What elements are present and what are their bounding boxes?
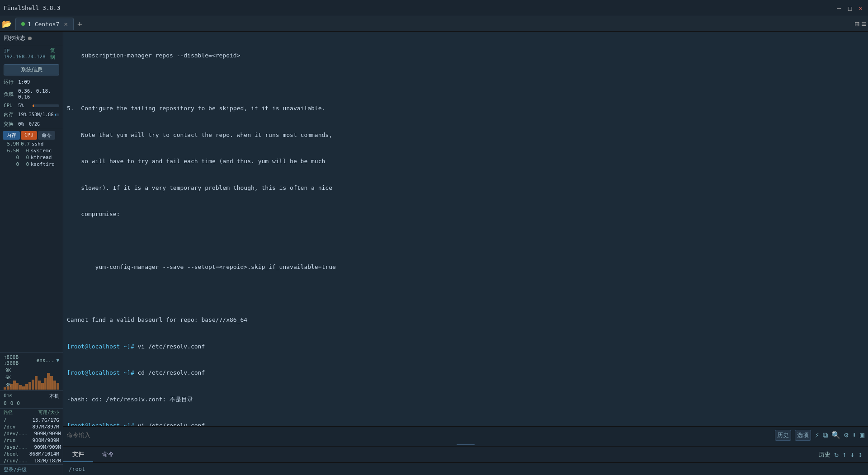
mem-detail: 353M/1.8G	[29, 112, 53, 117]
sync-dot	[28, 37, 32, 40]
mem-stat: 内存 19% 353M/1.8G	[0, 110, 63, 119]
bottom-tabs: 文件 命令 历史 ↻ ↑ ↓ ↕	[63, 446, 868, 462]
term-line: Cannot find a valid baseurl for repo: ba…	[67, 315, 864, 325]
proc-tab-cmd[interactable]: 命令	[38, 131, 55, 140]
term-line	[67, 78, 864, 87]
load-label: 负载	[4, 91, 16, 98]
tab-close-button[interactable]: ✕	[64, 20, 67, 28]
maximize-button[interactable]: □	[846, 5, 854, 12]
terminal-output[interactable]: subscription-manager repos --disable=<re…	[63, 32, 868, 426]
copy-icon[interactable]: ⧉	[823, 431, 828, 439]
layout-icons: ⊞ ≡	[854, 19, 866, 28]
cpu-bar	[33, 104, 34, 107]
proc-name: systemc	[31, 148, 59, 154]
cpu-label: CPU	[4, 103, 16, 108]
layout-icon[interactable]: ⊞	[854, 19, 859, 28]
term-line: compromise:	[67, 210, 864, 219]
proc-row: 6.5M 0 systemc	[0, 147, 63, 154]
load-stat: 负载 0.36, 0.18, 0.16	[0, 87, 63, 101]
network-chart: 9K 6K 3K	[4, 367, 59, 390]
swap-stat: 交换 0% 0/2G	[0, 119, 63, 129]
flash-icon[interactable]: ⚡	[815, 431, 819, 439]
run-value: 1:09	[18, 79, 30, 85]
history-icon[interactable]: 历史	[819, 451, 830, 459]
tab-files[interactable]: 文件	[63, 447, 93, 462]
disk-row: /dev/... 909M/909M	[0, 430, 63, 437]
disk-header: 路径 可用/大小	[0, 409, 63, 417]
proc-cpu: 0.7	[21, 141, 30, 147]
tab-status-dot	[21, 22, 25, 26]
login-button[interactable]: 登录/升级	[4, 467, 27, 473]
cpu-stat: CPU 5%	[0, 101, 63, 110]
disk-row: /sys/... 909M/909M	[0, 444, 63, 451]
cpu-bar-wrap	[33, 104, 59, 107]
mem-bar-wrap	[55, 113, 59, 116]
disk-row: /run 900M/909M	[0, 437, 63, 444]
history-button[interactable]: 历史	[775, 430, 791, 441]
network-bars	[4, 367, 59, 390]
terminal-icon[interactable]: ▣	[860, 431, 864, 439]
proc-row: 5.9M 0.7 sshd	[0, 141, 63, 147]
latency-label: 0ms	[4, 393, 13, 400]
filepath-bar: /root	[63, 462, 868, 475]
term-line: -bash: cd: /etc/resolv.conf: 不是目录	[67, 395, 864, 404]
layout-icon2[interactable]: ≡	[861, 19, 866, 28]
term-line: [root@localhost ~]# vi /etc/resolv.conf	[67, 342, 864, 351]
term-line: slower). If it is a very temporary probl…	[67, 183, 864, 193]
disk-col-path: 路径	[4, 409, 26, 416]
term-line: yum-config-manager --save --setopt=<repo…	[67, 263, 864, 272]
folder-icon[interactable]: 📂	[2, 19, 12, 28]
copy-ip-button[interactable]: 复制	[50, 47, 59, 61]
tab-centos7[interactable]: 1 Centos7 ✕	[15, 18, 74, 30]
close-button[interactable]: ✕	[857, 5, 864, 12]
proc-mem: 0	[4, 155, 19, 160]
proc-cpu: 0	[21, 148, 29, 154]
disk-section: 路径 可用/大小 / 15.7G/17G /dev 897M/897M /dev…	[0, 408, 63, 464]
term-line: Note that yum will try to contact the re…	[67, 131, 864, 140]
latency-host: 本机	[49, 393, 59, 400]
disk-row: /run/... 182M/182M	[0, 457, 63, 464]
mem-label: 内存	[4, 111, 16, 118]
search-icon[interactable]: 🔍	[831, 431, 840, 439]
term-line	[67, 236, 864, 245]
proc-mem: 5.9M	[4, 141, 19, 147]
select-button[interactable]: 选项	[795, 430, 811, 441]
refresh-icon[interactable]: ↻	[834, 450, 839, 459]
proc-name: sshd	[32, 141, 59, 147]
proc-name: kthread	[31, 155, 59, 160]
tabbar: 📂 1 Centos7 ✕ + ⊞ ≡	[0, 16, 868, 32]
proc-row: 0 0 kthread	[0, 154, 63, 161]
run-label: 运行	[4, 79, 16, 85]
proc-tab-mem[interactable]: 内存	[3, 131, 20, 140]
term-line: so will have to try and fail each time (…	[67, 157, 864, 166]
minimize-button[interactable]: ─	[835, 5, 843, 12]
gear-icon[interactable]: ⚙	[844, 431, 849, 439]
transfer-icon[interactable]: ↕	[858, 450, 863, 459]
mem-bar	[55, 113, 56, 116]
download-icon[interactable]: ⬇	[852, 431, 857, 439]
download2-icon[interactable]: ↓	[850, 450, 855, 459]
main-container: 同步状态 IP 192.168.74.128 复制 系统信息 运行 1:09 负…	[0, 32, 868, 475]
term-line: [root@localhost ~]# vi /etc/resolv.conf	[67, 421, 864, 426]
latency-val3: 0	[17, 400, 20, 406]
term-line: 5. Configure the failing repository to b…	[67, 104, 864, 113]
sync-status: 同步状态	[0, 32, 63, 45]
net-up: ↑800B ↓360B	[4, 354, 37, 366]
sys-info-button[interactable]: 系统信息	[4, 64, 59, 75]
command-input[interactable]	[67, 432, 771, 438]
mem-percent: 19%	[18, 112, 27, 118]
term-line: subscription-manager repos --disable=<re…	[67, 51, 864, 60]
sidebar: 同步状态 IP 192.168.74.128 复制 系统信息 运行 1:09 负…	[0, 32, 63, 475]
swap-label: 交换	[4, 121, 16, 127]
command-toolbar: 历史 选项 ⚡ ⧉ 🔍 ⚙ ⬇ ▣	[775, 430, 864, 441]
proc-tab-cpu[interactable]: CPU	[21, 131, 37, 140]
disk-row: /dev 897M/897M	[0, 423, 63, 430]
disk-col-avail: 可用/大小	[28, 409, 59, 416]
add-tab-button[interactable]: +	[77, 19, 82, 28]
latency-section: 0ms 本机 0 0 0	[0, 390, 63, 408]
tab-command[interactable]: 命令	[93, 447, 123, 462]
terminal-area: subscription-manager repos --disable=<re…	[63, 32, 868, 475]
proc-mem: 0	[4, 161, 19, 167]
network-title: ↑800B ↓360B ens... ▼	[4, 354, 59, 366]
upload-icon[interactable]: ↑	[842, 450, 847, 459]
